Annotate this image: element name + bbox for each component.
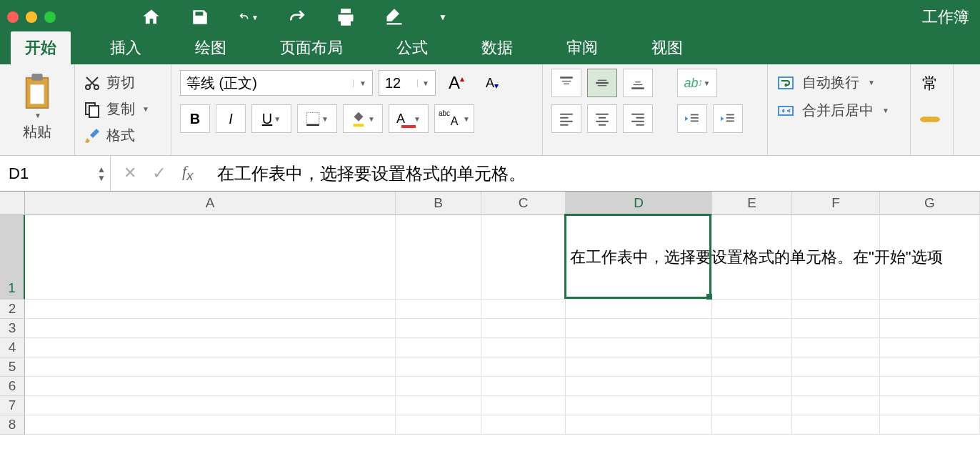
cell[interactable] xyxy=(792,357,880,377)
cell[interactable] xyxy=(880,319,980,338)
row-header-6[interactable]: 6 xyxy=(0,377,25,396)
cell[interactable] xyxy=(396,319,481,338)
tab-review[interactable]: 审阅 xyxy=(552,31,612,64)
align-bottom-button[interactable] xyxy=(623,69,653,97)
cell[interactable] xyxy=(396,338,481,357)
cell[interactable] xyxy=(792,415,880,435)
cell[interactable] xyxy=(566,338,712,357)
font-color-button[interactable]: A ▼ xyxy=(389,104,429,133)
tab-formula[interactable]: 公式 xyxy=(382,31,442,64)
fx-icon[interactable]: fx xyxy=(182,162,193,184)
cell[interactable] xyxy=(792,300,880,319)
align-right-button[interactable] xyxy=(623,104,653,133)
cell[interactable] xyxy=(396,415,481,435)
undo-icon[interactable]: ▼ xyxy=(239,7,259,27)
cell[interactable] xyxy=(880,377,980,396)
cell[interactable] xyxy=(396,396,481,415)
cell[interactable] xyxy=(396,300,481,319)
row-header-7[interactable]: 7 xyxy=(0,396,25,415)
cell[interactable] xyxy=(481,300,566,319)
font-name-select[interactable]: 等线 (正文) ▼ xyxy=(180,70,373,96)
cell[interactable] xyxy=(566,415,712,435)
edit-icon[interactable] xyxy=(384,7,404,27)
col-header-C[interactable]: C xyxy=(481,192,566,215)
cell[interactable] xyxy=(481,319,566,338)
increase-indent-button[interactable] xyxy=(713,104,743,133)
name-box-spinner[interactable]: ▲▼ xyxy=(97,165,106,182)
cell[interactable] xyxy=(712,357,792,377)
paste-dropdown-icon[interactable]: ▼ xyxy=(34,112,41,119)
decrease-indent-button[interactable] xyxy=(677,104,707,133)
cell[interactable] xyxy=(712,338,792,357)
orientation-button[interactable]: ab⤴ ▼ xyxy=(677,69,717,97)
cell[interactable] xyxy=(25,396,396,415)
cell[interactable] xyxy=(880,415,980,435)
cell[interactable] xyxy=(712,415,792,435)
row-header-8[interactable]: 8 xyxy=(0,415,25,435)
cell[interactable] xyxy=(396,377,481,396)
cell[interactable] xyxy=(25,338,396,357)
cell[interactable] xyxy=(880,396,980,415)
print-icon[interactable] xyxy=(336,7,356,27)
format-painter-button[interactable]: 格式 xyxy=(84,126,162,145)
col-header-G[interactable]: G xyxy=(880,192,980,215)
bold-button[interactable]: B xyxy=(180,104,210,133)
save-icon[interactable] xyxy=(190,7,210,27)
number-format-select[interactable]: 常 xyxy=(919,69,944,99)
row-header-3[interactable]: 3 xyxy=(0,319,25,338)
align-top-button[interactable] xyxy=(551,69,581,97)
cell[interactable] xyxy=(792,319,880,338)
cell[interactable] xyxy=(25,215,396,300)
decrease-font-button[interactable]: A▾ xyxy=(477,69,507,97)
col-header-E[interactable]: E xyxy=(712,192,792,215)
cell[interactable] xyxy=(566,377,712,396)
cell[interactable] xyxy=(566,319,712,338)
maximize-window-icon[interactable] xyxy=(44,11,56,23)
cell[interactable] xyxy=(25,357,396,377)
cell[interactable] xyxy=(481,357,566,377)
home-icon[interactable] xyxy=(141,7,161,27)
col-header-D[interactable]: D xyxy=(566,192,712,215)
cell[interactable] xyxy=(792,377,880,396)
cell[interactable] xyxy=(880,338,980,357)
cell[interactable] xyxy=(396,215,481,300)
cut-button[interactable]: 剪切 xyxy=(84,73,162,92)
cell[interactable] xyxy=(712,300,792,319)
row-header-2[interactable]: 2 xyxy=(0,300,25,319)
cell[interactable] xyxy=(481,215,566,300)
confirm-edit-icon[interactable]: ✓ xyxy=(152,163,166,183)
align-center-button[interactable] xyxy=(587,104,617,133)
cell[interactable] xyxy=(481,338,566,357)
italic-button[interactable]: I xyxy=(216,104,246,133)
col-header-A[interactable]: A xyxy=(25,192,396,215)
align-middle-button[interactable] xyxy=(587,69,617,97)
redo-icon[interactable] xyxy=(287,7,307,27)
cell[interactable] xyxy=(566,396,712,415)
increase-font-button[interactable]: A▴ xyxy=(441,69,471,97)
cell[interactable] xyxy=(25,377,396,396)
cell[interactable] xyxy=(880,300,980,319)
cell[interactable] xyxy=(566,300,712,319)
copy-button[interactable]: 复制▼ xyxy=(84,99,162,119)
row-header-5[interactable]: 5 xyxy=(0,357,25,377)
cell[interactable] xyxy=(566,357,712,377)
phonetic-button[interactable]: abcA ▼ xyxy=(434,104,474,133)
row-header-1[interactable]: 1 xyxy=(0,215,25,300)
tab-start[interactable]: 开始 xyxy=(11,31,71,64)
qat-dropdown-icon[interactable]: ▼ xyxy=(433,7,453,27)
cell[interactable] xyxy=(481,396,566,415)
cell[interactable] xyxy=(25,300,396,319)
cells-grid[interactable]: 在工作表中，选择要设置格式的单元格。在"开始"选项 xyxy=(25,215,980,435)
cell[interactable] xyxy=(712,377,792,396)
cell[interactable] xyxy=(712,396,792,415)
underline-button[interactable]: U ▼ xyxy=(251,104,291,133)
name-box[interactable]: D1 ▲▼ xyxy=(0,156,111,191)
cell[interactable] xyxy=(25,415,396,435)
tab-draw[interactable]: 绘图 xyxy=(181,31,241,64)
tab-data[interactable]: 数据 xyxy=(467,31,527,64)
formula-input[interactable]: 在工作表中，选择要设置格式的单元格。 xyxy=(206,162,980,185)
fill-color-button[interactable]: ▼ xyxy=(343,104,383,133)
tab-view[interactable]: 视图 xyxy=(637,31,697,64)
cell[interactable] xyxy=(880,357,980,377)
tab-layout[interactable]: 页面布局 xyxy=(266,31,357,64)
